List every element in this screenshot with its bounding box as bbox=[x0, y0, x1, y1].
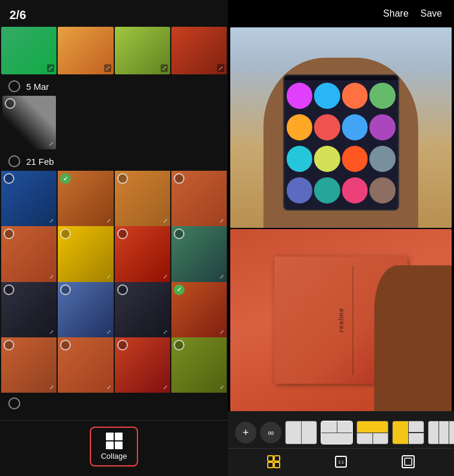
radio-8[interactable] bbox=[174, 228, 184, 239]
right-panel: Share Save bbox=[228, 0, 454, 476]
radio-5[interactable] bbox=[4, 228, 14, 239]
realme-hand bbox=[374, 265, 452, 411]
svg-rect-7 bbox=[405, 458, 412, 465]
layout-option-3[interactable] bbox=[356, 421, 389, 444]
grid-cell-1[interactable]: ⤢ bbox=[1, 171, 57, 226]
strip-thumb-2[interactable]: ⤢ bbox=[58, 27, 113, 74]
section-mar: 5 Mar bbox=[0, 74, 228, 96]
photo-grid-row2: ⤢ ⤢ ⤢ ⤢ bbox=[0, 226, 228, 281]
strip-thumb-4[interactable]: ⤢ bbox=[171, 27, 227, 74]
svg-rect-3 bbox=[274, 462, 280, 468]
grid-cell-3[interactable]: ⤢ bbox=[115, 171, 170, 226]
grid-cell-13[interactable]: ⤢ bbox=[1, 337, 57, 393]
grid-cell-6[interactable]: ⤢ bbox=[58, 226, 113, 281]
radio-15[interactable] bbox=[117, 340, 128, 350]
photo-counter: 2/6 bbox=[0, 0, 228, 27]
radio-1[interactable] bbox=[4, 173, 14, 184]
grid-cell-2[interactable]: ⤢ bbox=[58, 171, 113, 226]
radio-12[interactable] bbox=[174, 284, 184, 295]
section-radio-mar[interactable] bbox=[8, 80, 20, 92]
strip-thumb-3[interactable]: ⤢ bbox=[115, 27, 170, 74]
radio-13[interactable] bbox=[4, 340, 14, 350]
bottom-bar: Collage bbox=[0, 420, 228, 476]
save-button[interactable]: Save bbox=[421, 8, 442, 19]
ratio-tool-icon: 1:1 bbox=[333, 453, 349, 470]
radio-4[interactable] bbox=[174, 173, 184, 184]
realme-brand-text: realme bbox=[337, 308, 345, 332]
radio-9[interactable] bbox=[4, 284, 14, 295]
share-button[interactable]: Share bbox=[383, 8, 409, 19]
collage-tool-button[interactable] bbox=[265, 453, 282, 470]
grid-cell-5[interactable]: ⤢ bbox=[1, 226, 57, 281]
expand-icon-4: ⤢ bbox=[217, 64, 224, 72]
expand-single: ⤢ bbox=[49, 141, 54, 147]
border-tool-icon bbox=[400, 453, 417, 470]
layout-option-2[interactable] bbox=[321, 421, 353, 444]
radio-10[interactable] bbox=[60, 284, 71, 295]
expand-2: ⤢ bbox=[107, 218, 111, 224]
expand-10: ⤢ bbox=[107, 329, 111, 335]
top-strip: ⤢ ⤢ ⤢ ⤢ bbox=[0, 27, 228, 74]
expand-14: ⤢ bbox=[107, 384, 111, 390]
phone-image bbox=[230, 27, 452, 228]
right-header: Share Save bbox=[228, 0, 454, 27]
grid-cell-14[interactable]: ⤢ bbox=[58, 337, 113, 393]
preview-image-bottom: realme bbox=[230, 229, 452, 411]
cell-radio-mar[interactable] bbox=[5, 98, 15, 109]
single-thumb-mar[interactable]: ⤢ bbox=[2, 96, 56, 149]
infinity-button[interactable]: ∞ bbox=[260, 422, 281, 443]
collage-button-icon bbox=[106, 433, 123, 449]
radio-6[interactable] bbox=[60, 228, 71, 239]
section-radio-feb[interactable] bbox=[8, 155, 20, 167]
radio-16[interactable] bbox=[174, 340, 184, 350]
strip-thumb-1[interactable]: ⤢ bbox=[1, 27, 57, 74]
expand-15: ⤢ bbox=[163, 384, 168, 390]
realme-stripe bbox=[352, 265, 353, 375]
section-feb-label: 21 Feb bbox=[26, 156, 54, 167]
expand-5: ⤢ bbox=[49, 274, 54, 280]
grid-cell-10[interactable]: ⤢ bbox=[58, 282, 113, 337]
expand-3: ⤢ bbox=[163, 218, 168, 224]
photo-grid-row1: ⤢ ⤢ ⤢ ⤢ bbox=[0, 171, 228, 226]
svg-text:1:1: 1:1 bbox=[338, 460, 344, 464]
radio-11[interactable] bbox=[117, 284, 128, 295]
radio-7[interactable] bbox=[117, 228, 128, 239]
radio-2[interactable] bbox=[60, 173, 71, 184]
icon-bar: 1:1 bbox=[228, 448, 454, 472]
expand-1: ⤢ bbox=[49, 218, 54, 224]
layout-option-5[interactable] bbox=[428, 421, 454, 444]
left-panel: 2/6 ⤢ ⤢ ⤢ ⤢ 5 Mar ⤢ 21 Feb bbox=[0, 0, 228, 476]
grid-cell-7[interactable]: ⤢ bbox=[115, 226, 170, 281]
collage-button[interactable]: Collage bbox=[90, 427, 137, 466]
radio-3[interactable] bbox=[117, 173, 128, 184]
section-mar-label: 5 Mar bbox=[26, 82, 49, 92]
grid-cell-8[interactable]: ⤢ bbox=[171, 226, 227, 281]
collage-preview: realme bbox=[228, 27, 454, 411]
layout-option-4[interactable] bbox=[392, 421, 424, 444]
expand-4: ⤢ bbox=[220, 218, 224, 224]
ratio-tool-button[interactable]: 1:1 bbox=[333, 453, 349, 470]
hand-shape bbox=[264, 58, 418, 228]
expand-icon-3: ⤢ bbox=[161, 64, 168, 72]
grid-cell-12[interactable]: ⤢ bbox=[171, 282, 227, 337]
add-layout-button[interactable]: + bbox=[235, 422, 256, 443]
grid-cell-15[interactable]: ⤢ bbox=[115, 337, 170, 393]
svg-rect-2 bbox=[268, 462, 273, 468]
expand-11: ⤢ bbox=[163, 329, 168, 335]
collage-button-label: Collage bbox=[101, 452, 127, 461]
photo-grid-row4: ⤢ ⤢ ⤢ ⤢ bbox=[0, 337, 228, 393]
expand-icon-1: ⤢ bbox=[47, 64, 54, 72]
section-feb: 21 Feb bbox=[0, 149, 228, 171]
svg-rect-1 bbox=[274, 456, 280, 461]
grid-cell-9[interactable]: ⤢ bbox=[1, 282, 57, 337]
partial-radio[interactable] bbox=[8, 397, 20, 409]
photo-grid-row3: ⤢ ⤢ ⤢ ⤢ bbox=[0, 282, 228, 337]
layout-option-1[interactable] bbox=[285, 421, 317, 444]
expand-12: ⤢ bbox=[220, 329, 224, 335]
grid-cell-16[interactable]: ⤢ bbox=[171, 337, 227, 393]
radio-14[interactable] bbox=[60, 340, 71, 350]
grid-cell-4[interactable]: ⤢ bbox=[171, 171, 227, 226]
grid-cell-11[interactable]: ⤢ bbox=[115, 282, 170, 337]
collage-tool-icon bbox=[265, 453, 282, 470]
border-tool-button[interactable] bbox=[400, 453, 417, 470]
